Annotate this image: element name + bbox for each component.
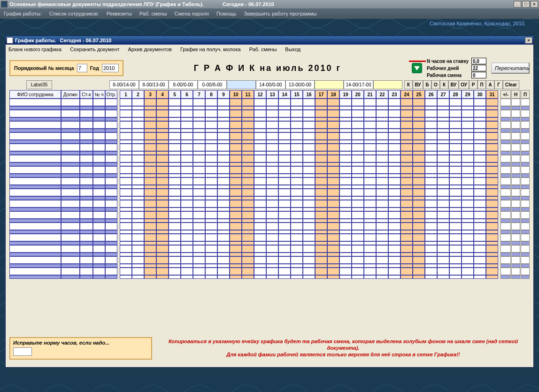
close-button[interactable]: ×	[531, 1, 538, 8]
table-row[interactable]	[9, 223, 530, 230]
menu-item[interactable]: Завершить работу программы	[244, 11, 316, 16]
code-button[interactable]: К	[404, 80, 413, 89]
table-row[interactable]	[9, 256, 530, 264]
table-row[interactable]	[9, 155, 530, 162]
clear-button[interactable]: Clear	[503, 80, 519, 89]
shift-slot[interactable]: 13-00/0-00	[285, 80, 315, 89]
table-row[interactable]	[9, 140, 530, 144]
code-button[interactable]: ОУ	[459, 80, 469, 89]
table-row[interactable]	[9, 110, 530, 117]
shift-slot[interactable]: 0-00/8-00	[198, 80, 227, 89]
shift-slot[interactable]	[315, 80, 344, 89]
column-header[interactable]: ФИО сотрудника	[9, 90, 61, 99]
code-button[interactable]: П	[477, 80, 486, 89]
menu-item[interactable]: График на получ. молока	[180, 46, 241, 52]
table-row[interactable]	[9, 211, 530, 219]
column-header[interactable]: Ст-к	[80, 90, 93, 99]
code-button[interactable]: О	[431, 80, 440, 89]
recalc-button[interactable]: Пересчитать	[491, 62, 530, 74]
table-row[interactable]	[9, 129, 530, 132]
day-header[interactable]: 26	[425, 90, 437, 99]
summary-header[interactable]: П	[521, 90, 530, 99]
day-header[interactable]: 24	[400, 90, 413, 99]
table-row[interactable]	[9, 234, 530, 241]
shift-slot[interactable]: 8-00/0-00	[169, 80, 198, 89]
menu-item[interactable]: Смена пароля	[175, 11, 209, 16]
code-button[interactable]: А	[486, 80, 494, 89]
code-button[interactable]: Б	[423, 80, 431, 89]
day-header[interactable]: 5	[169, 90, 181, 99]
day-header[interactable]: 3	[144, 90, 156, 99]
day-header[interactable]: 7	[193, 90, 205, 99]
day-header[interactable]: 21	[364, 90, 376, 99]
day-header[interactable]: 28	[449, 90, 462, 99]
month-input[interactable]	[77, 64, 87, 72]
table-row[interactable]	[9, 106, 530, 110]
day-header[interactable]: 16	[303, 90, 315, 99]
table-row[interactable]	[9, 132, 530, 140]
shift-slot[interactable]: 14-00/0-00	[256, 80, 285, 89]
code-button[interactable]: ВУ	[413, 80, 423, 89]
menu-item[interactable]: Раб. смены	[249, 46, 277, 52]
menu-item[interactable]: Архив документов	[128, 46, 172, 52]
shift-slot[interactable]: 14-00/17-00	[344, 80, 373, 89]
column-header[interactable]: Должн	[61, 90, 80, 99]
table-row[interactable]	[9, 275, 530, 279]
table-row[interactable]	[9, 196, 530, 200]
table-row[interactable]	[9, 99, 530, 106]
table-row[interactable]	[9, 268, 530, 275]
menu-item[interactable]: Реквизиты	[107, 11, 132, 16]
table-row[interactable]	[9, 162, 530, 166]
shift-slot[interactable]: 8-00/14-00	[109, 80, 139, 89]
table-row[interactable]	[9, 117, 530, 121]
day-header[interactable]: 13	[266, 90, 278, 99]
menu-item[interactable]: График работы:	[4, 11, 42, 16]
day-header[interactable]: 27	[437, 90, 449, 99]
table-row[interactable]	[9, 185, 530, 189]
day-header[interactable]: 11	[242, 90, 254, 99]
day-header[interactable]: 31	[486, 90, 498, 99]
shift-slot[interactable]: 8-00/13-00	[139, 80, 169, 89]
inner-close-button[interactable]: ×	[525, 37, 532, 44]
menu-item[interactable]: Помощь	[216, 11, 237, 16]
code-button[interactable]: ВУ	[448, 80, 459, 89]
day-header[interactable]: 20	[352, 90, 364, 99]
table-row[interactable]	[9, 264, 530, 268]
code-button[interactable]: Р	[469, 80, 477, 89]
column-header[interactable]: Отр.	[105, 90, 117, 99]
code-button[interactable]: Г	[494, 80, 503, 89]
table-row[interactable]	[9, 208, 530, 211]
hours-input[interactable]	[471, 58, 486, 64]
day-header[interactable]: 12	[254, 90, 266, 99]
table-row[interactable]	[9, 121, 530, 129]
day-header[interactable]: 15	[291, 90, 303, 99]
day-header[interactable]: 18	[327, 90, 339, 99]
column-header[interactable]: № ч	[93, 90, 105, 99]
summary-header[interactable]: Н	[511, 90, 520, 99]
day-header[interactable]: 14	[278, 90, 291, 99]
code-button[interactable]: К	[440, 80, 448, 89]
day-header[interactable]: 29	[462, 90, 474, 99]
menu-item[interactable]: Список сотрудников:	[49, 11, 99, 16]
table-row[interactable]	[9, 189, 530, 196]
table-row[interactable]	[9, 174, 530, 177]
maximize-button[interactable]: □	[522, 1, 530, 8]
table-row[interactable]	[9, 253, 530, 256]
grid-body[interactable]	[9, 99, 530, 334]
day-header[interactable]: 22	[376, 90, 388, 99]
day-header[interactable]: 6	[181, 90, 193, 99]
day-header[interactable]: 10	[230, 90, 242, 99]
table-row[interactable]	[9, 200, 530, 208]
fix-hours-input[interactable]	[13, 347, 32, 356]
day-header[interactable]: 4	[156, 90, 169, 99]
table-row[interactable]	[9, 230, 530, 234]
table-row[interactable]	[9, 219, 530, 223]
minimize-button[interactable]: _	[514, 1, 521, 8]
day-header[interactable]: 30	[474, 90, 486, 99]
day-header[interactable]: 25	[413, 90, 425, 99]
table-row[interactable]	[9, 177, 530, 185]
table-row[interactable]	[9, 245, 530, 253]
day-header[interactable]: 2	[132, 90, 144, 99]
menu-item[interactable]: Бланк нового графика	[8, 46, 62, 52]
year-input[interactable]	[102, 64, 119, 72]
